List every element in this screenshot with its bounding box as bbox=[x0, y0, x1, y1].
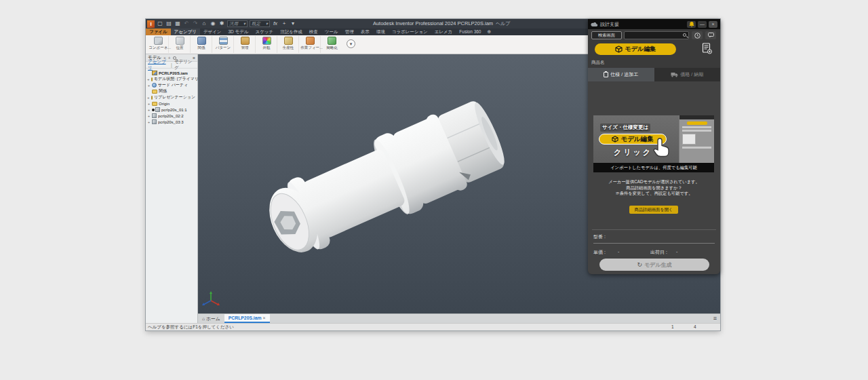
subtab-separator: | bbox=[171, 62, 172, 67]
feedback-comment-button[interactable] bbox=[705, 31, 716, 39]
button-label: モデル生成 bbox=[644, 261, 672, 269]
save-icon[interactable]: ▦ bbox=[174, 20, 181, 27]
tree-item-relationships[interactable]: 関係 bbox=[147, 88, 197, 94]
parameters-fx-icon[interactable]: fx bbox=[272, 20, 279, 27]
notification-bell-icon[interactable] bbox=[687, 21, 696, 28]
doctab-menu-icon[interactable]: ≡ bbox=[710, 314, 720, 323]
tab-overflow-icon[interactable]: ⊕ bbox=[485, 28, 494, 35]
eye-icon[interactable]: ◉ bbox=[210, 20, 216, 27]
detail-document-icon[interactable] bbox=[702, 43, 712, 54]
group-label: 作業フィー... bbox=[300, 45, 319, 50]
panel-tabs: 仕様 / 追加工 価格 / 納期 bbox=[588, 68, 720, 81]
ribbon-group-manage[interactable]: 管理 bbox=[235, 36, 256, 53]
comment-icon bbox=[708, 33, 714, 38]
ship-date-label: 出荷日 : bbox=[650, 249, 667, 256]
group-label: パターン bbox=[214, 45, 233, 50]
history-clock-button[interactable] bbox=[692, 31, 703, 39]
appearance-dropdown[interactable]: 既定 ▾ bbox=[250, 20, 270, 27]
expander-icon[interactable]: + bbox=[147, 83, 151, 88]
undo-icon[interactable]: ↶ bbox=[183, 20, 190, 27]
open-icon[interactable]: ▤ bbox=[165, 20, 172, 27]
tab-document-pcrlp20s[interactable]: PCRLP20S.iam × bbox=[224, 314, 270, 323]
tab-design[interactable]: デザイン bbox=[200, 28, 225, 35]
tab-elecmech[interactable]: エレメカ bbox=[431, 28, 456, 35]
ribbon-collapse-button[interactable]: ▾ bbox=[347, 39, 355, 48]
tab-inspect[interactable]: 検査 bbox=[306, 28, 321, 35]
ribbon-group-work-features[interactable]: 作業フィー... bbox=[300, 36, 321, 53]
tab-sketch[interactable]: スケッチ bbox=[252, 28, 277, 35]
model-edit-button[interactable]: モデル編集 bbox=[595, 43, 676, 55]
manage-icon bbox=[241, 37, 250, 45]
tab-environments[interactable]: 環境 bbox=[373, 28, 389, 35]
productivity-icon bbox=[284, 37, 293, 45]
tab-fusion360[interactable]: Fusion 360 bbox=[456, 28, 484, 35]
expander-icon[interactable]: + bbox=[147, 120, 151, 124]
redo-icon[interactable]: ↷ bbox=[192, 20, 199, 27]
tab-home[interactable]: ⌂ ホーム bbox=[198, 314, 224, 323]
minimize-button[interactable]: — bbox=[698, 21, 707, 28]
gear-icon[interactable]: ✱ bbox=[218, 20, 225, 27]
tree-item-part2[interactable]: + pcrlp20s_02:2 bbox=[147, 113, 197, 119]
ribbon-group-productivity[interactable]: 生産性 bbox=[278, 36, 299, 53]
subtab-assembly[interactable]: アセンブリ bbox=[148, 59, 169, 71]
expander-icon[interactable]: + bbox=[147, 114, 151, 118]
search-icon bbox=[683, 33, 686, 37]
tab-annotate[interactable]: 注記を作成 bbox=[277, 28, 306, 35]
tree-item-part3[interactable]: + pcrlp20s_03:3 bbox=[147, 119, 197, 125]
promo-banner[interactable]: サイズ・仕様変更は モデル編集 クリック インポートしたモデルは、何度でも編集可… bbox=[593, 115, 714, 172]
search-screen-button[interactable]: 検索画面 bbox=[591, 31, 622, 39]
tree-label: PCRLP20S.iam bbox=[159, 71, 188, 75]
part-number-field[interactable] bbox=[593, 243, 715, 244]
home-icon[interactable]: ⌂ bbox=[201, 20, 208, 27]
panel-header[interactable]: 設計支援 — × bbox=[588, 19, 720, 29]
tab-label: 価格 / 納期 bbox=[680, 71, 703, 78]
cube-edit-icon bbox=[612, 136, 618, 142]
promo-image: サイズ・仕様変更は モデル編集 クリック bbox=[593, 115, 714, 163]
expander-icon[interactable]: + bbox=[147, 102, 151, 106]
tab-manage[interactable]: 管理 bbox=[342, 28, 357, 35]
tree-item-part1[interactable]: + pcrlp20s_01:1 bbox=[147, 107, 197, 113]
search-input[interactable] bbox=[624, 31, 689, 39]
close-icon[interactable]: × bbox=[263, 316, 266, 320]
ribbon-group-component[interactable]: コンポーネ... bbox=[148, 36, 169, 53]
cad-model-3d[interactable] bbox=[198, 54, 588, 314]
expander-icon[interactable]: + bbox=[147, 77, 150, 81]
inventor-logo-icon[interactable]: I bbox=[147, 20, 155, 28]
open-product-detail-button[interactable]: 商品詳細画面を開く bbox=[629, 206, 678, 214]
tree-label: 関係 bbox=[159, 88, 167, 94]
expander-icon[interactable]: + bbox=[147, 96, 150, 100]
generate-model-button[interactable]: ↻ モデル生成 bbox=[599, 259, 709, 271]
tab-tools[interactable]: ツール bbox=[321, 28, 342, 35]
tab-price-delivery[interactable]: 価格 / 納期 bbox=[654, 68, 721, 81]
promo-mini-screenshot bbox=[679, 115, 714, 163]
tab-spec-machining[interactable]: 仕様 / 追加工 bbox=[588, 68, 654, 81]
tab-view[interactable]: 表示 bbox=[357, 28, 373, 35]
status-count-2: 4 bbox=[694, 324, 696, 330]
ribbon-group-simplify[interactable]: 簡略化 bbox=[321, 36, 342, 53]
tab-3d-model[interactable]: 3D モデル bbox=[224, 28, 252, 35]
qat-customize-icon[interactable]: ▾ bbox=[290, 20, 296, 27]
help-label[interactable]: ヘルプ bbox=[496, 19, 511, 28]
position-icon bbox=[176, 37, 184, 45]
close-button[interactable]: × bbox=[709, 21, 717, 28]
tab-assembly[interactable]: アセンブリ bbox=[171, 28, 200, 35]
ribbon-group-pattern[interactable]: パターン bbox=[213, 36, 234, 53]
tree-item-model-states[interactable]: + モデル状態: [プライマリ] bbox=[147, 76, 197, 82]
pattern-icon bbox=[219, 37, 228, 45]
tree-item-origin[interactable]: + Origin bbox=[147, 100, 197, 107]
search-icon[interactable] bbox=[173, 56, 176, 60]
tab-collaborate[interactable]: コラボレーション bbox=[389, 28, 431, 35]
tab-file[interactable]: ファイル bbox=[146, 28, 171, 35]
ribbon-group-appearance[interactable]: 外観 bbox=[256, 36, 277, 53]
measure-icon[interactable]: + bbox=[281, 20, 288, 27]
tree-item-third-party[interactable]: + サード パーティ bbox=[147, 82, 197, 88]
ribbon-group-position[interactable]: 位置 bbox=[170, 36, 191, 53]
promo-click-text: クリック bbox=[614, 147, 652, 157]
expander-icon[interactable]: + bbox=[147, 108, 151, 112]
ribbon-group-relationships[interactable]: 関係 bbox=[191, 36, 212, 53]
info-line-2: 商品詳細画面を開きますか？ bbox=[588, 185, 720, 191]
tree-item-representations[interactable]: + リプレゼンテーション bbox=[147, 94, 197, 100]
truck-icon bbox=[671, 72, 678, 77]
material-dropdown[interactable]: 汎用 ▾ bbox=[227, 20, 248, 27]
new-document-icon[interactable]: ▢ bbox=[157, 20, 163, 27]
